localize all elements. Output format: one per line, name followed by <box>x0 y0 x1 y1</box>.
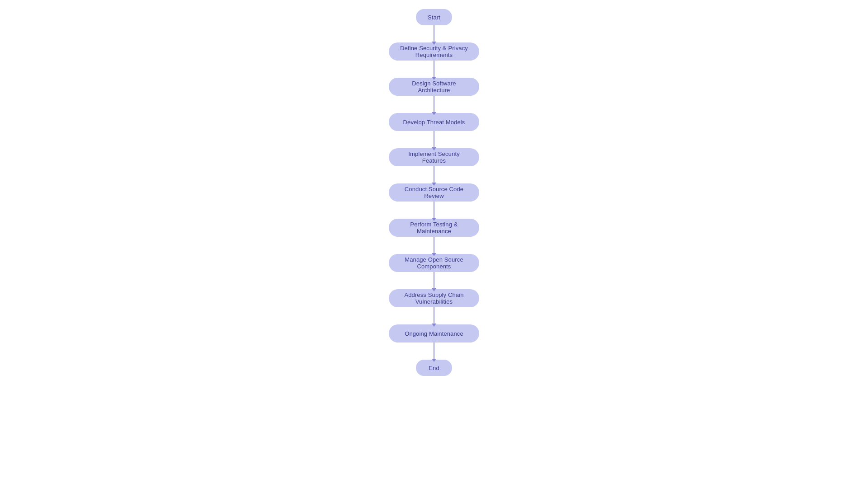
connector-2 <box>434 61 434 78</box>
define-security-node[interactable]: Define Security & Privacy Requirements <box>389 42 479 61</box>
ongoing-maintenance-node[interactable]: Ongoing Maintenance <box>389 324 479 343</box>
connector-6 <box>434 202 434 219</box>
source-code-review-node[interactable]: Conduct Source Code Review <box>389 183 479 202</box>
threat-models-node[interactable]: Develop Threat Models <box>389 113 479 131</box>
connector-1 <box>434 25 434 42</box>
connector-8 <box>434 272 434 289</box>
supply-chain-node[interactable]: Address Supply Chain Vulnerabilities <box>389 289 479 307</box>
connector-9 <box>434 307 434 324</box>
implement-security-node[interactable]: Implement Security Features <box>389 148 479 166</box>
design-architecture-node[interactable]: Design Software Architecture <box>389 78 479 96</box>
connector-7 <box>434 237 434 254</box>
connector-5 <box>434 166 434 183</box>
flowchart: Start Define Security & Privacy Requirem… <box>0 0 868 376</box>
connector-4 <box>434 131 434 148</box>
open-source-components-node[interactable]: Manage Open Source Components <box>389 254 479 272</box>
connector-10 <box>434 343 434 360</box>
testing-maintenance-node[interactable]: Perform Testing & Maintenance <box>389 219 479 237</box>
end-node[interactable]: End <box>416 360 452 376</box>
start-node[interactable]: Start <box>416 9 452 25</box>
connector-3 <box>434 96 434 113</box>
